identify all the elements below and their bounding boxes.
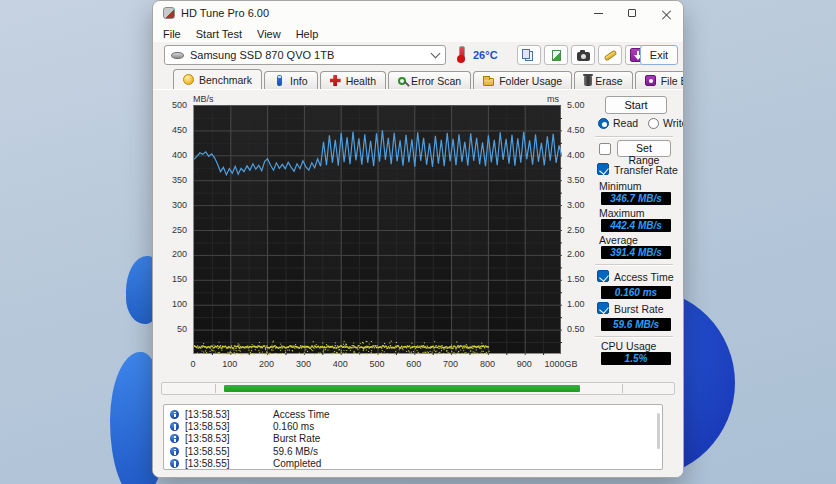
log-panel: [13:58.53]Access Time[13:58.53]0.160 ms[… [163,404,663,470]
read-radio-label: Read [613,117,638,129]
separator [595,336,673,338]
info-icon [170,434,179,443]
menu-item-view[interactable]: View [257,28,281,40]
y-axis-left-tick: 50 [157,324,187,334]
set-range-checkbox[interactable] [599,143,611,155]
y-axis-left-unit: MB/s [193,94,214,104]
write-radio-label: Write [663,117,684,129]
access-time-value: 0.160 ms [601,286,671,299]
log-timestamp: [13:58.53] [185,433,247,444]
log-row: [13:58.55]Completed [164,458,662,470]
log-message: Access Time [273,409,330,420]
access-time-checkbox[interactable] [597,270,609,282]
camera-button[interactable] [571,45,595,65]
menu-item-start-test[interactable]: Start Test [196,28,242,40]
read-radio[interactable]: Read [598,117,638,129]
x-axis-tick: 0 [190,359,195,369]
filebench-icon [645,75,656,86]
transfer-rate-checkbox[interactable] [597,163,609,175]
progress-bar [161,382,675,395]
progress-fill [224,385,580,392]
hdtune-window: HD Tune Pro 6.00 FileStart TestViewHelp … [152,0,684,478]
start-button[interactable]: Start [605,96,667,114]
info-icon [170,447,179,456]
save-button[interactable] [544,45,568,65]
copy-icon [522,49,530,59]
maximum-value: 442.4 MB/s [601,219,671,232]
temperature-value: 26°C [473,49,498,61]
tab-label: Benchmark [199,74,252,86]
log-timestamp: [13:58.55] [185,458,247,469]
burst-rate-value: 59.6 MB/s [601,318,671,331]
menu-item-help[interactable]: Help [296,28,319,40]
cpu-usage-label: CPU Usage [601,340,656,352]
drive-select-value: Samsung SSD 870 QVO 1TB [190,49,432,61]
y-axis-right-tick: 2.00 [567,249,585,259]
tab-health[interactable]: Health [320,71,386,89]
y-axis-right-tick: 2.50 [567,225,585,235]
log-message: 0.160 ms [273,421,314,432]
tab-label: Error Scan [411,75,461,87]
title-bar[interactable]: HD Tune Pro 6.00 [153,1,683,25]
minimum-value: 346.7 MB/s [601,192,671,205]
log-scrollbar[interactable] [657,413,660,449]
copy-button[interactable] [517,45,541,65]
log-timestamp: [13:58.53] [185,421,247,432]
chart-canvas [194,106,562,355]
radio-unselected-icon [648,118,659,129]
tab-benchmark[interactable]: Benchmark [173,69,262,89]
close-button[interactable] [649,1,683,25]
exit-button[interactable]: Exit [640,45,678,65]
x-axis-tick: 500 [369,359,384,369]
x-axis-tick: 900 [517,359,532,369]
tab-label: Info [290,75,308,87]
y-axis-right-tick: 1.00 [567,299,585,309]
y-axis-left-tick: 300 [157,200,187,210]
benchmark-chart [193,105,561,354]
y-axis-left-tick: 100 [157,299,187,309]
log-timestamp: [13:58.55] [185,446,247,457]
menu-item-file[interactable]: File [163,28,181,40]
cpu-usage-value: 1.5% [601,352,671,365]
close-icon [662,9,671,18]
benchmark-icon [183,74,194,85]
x-axis-tick: 700 [443,359,458,369]
log-row: [13:58.53]Access Time [164,408,662,420]
camera-icon [577,52,590,61]
window-title: HD Tune Pro 6.00 [181,7,269,19]
options-button[interactable] [598,45,622,65]
x-axis-tick: 600 [406,359,421,369]
tab-file-benchmark[interactable]: File Benchmark [635,71,684,89]
app-icon [163,7,175,19]
write-radio[interactable]: Write [648,117,684,129]
radio-selected-icon [598,118,609,129]
y-axis-right-tick: 4.50 [567,125,585,135]
tab-erase[interactable]: Erase [574,71,632,89]
tab-label: Folder Usage [499,75,562,87]
log-message: Burst Rate [273,433,320,444]
tab-error-scan[interactable]: Error Scan [388,71,471,89]
maximize-button[interactable] [615,1,649,25]
burst-rate-checkbox[interactable] [597,302,609,314]
x-axis-tick: 400 [333,359,348,369]
y-axis-left-tick: 350 [157,175,187,185]
tab-label: Health [346,75,376,87]
tab-info[interactable]: Info [264,71,318,89]
x-axis-tick: 100 [222,359,237,369]
menu-bar: FileStart TestViewHelp [153,25,683,42]
minimize-button[interactable] [581,1,615,25]
average-label: Average [599,234,638,246]
save-icon [552,50,561,61]
info-icon [170,410,179,419]
log-message: Completed [273,458,321,469]
separator [595,136,673,138]
y-axis-left-tick: 400 [157,150,187,160]
log-message: 59.6 MB/s [273,446,318,457]
set-range-button[interactable]: Set Range [617,140,671,157]
y-axis-left-tick: 150 [157,274,187,284]
y-axis-right-tick: 3.50 [567,175,585,185]
burst-rate-label: Burst Rate [614,303,664,315]
drive-select[interactable]: Samsung SSD 870 QVO 1TB [164,45,446,65]
status-divider [622,384,623,393]
tab-folder-usage[interactable]: Folder Usage [473,71,572,89]
